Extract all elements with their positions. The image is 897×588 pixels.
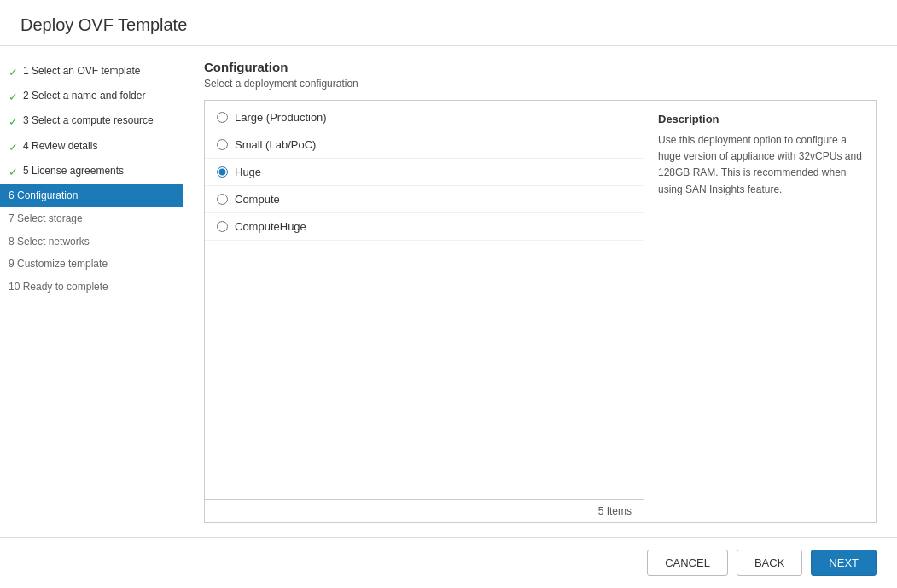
- label-compute: Compute: [235, 193, 280, 206]
- cancel-button[interactable]: CANCEL: [647, 550, 728, 576]
- sidebar-item-step6[interactable]: 6 Configuration: [0, 184, 183, 207]
- main-content: Configuration Select a deployment config…: [183, 46, 897, 537]
- sidebar-item-step1: ✓1 Select an OVF template: [0, 60, 183, 84]
- sidebar-item-step8: 8 Select networks: [0, 230, 183, 253]
- modal-title: Deploy OVF Template: [20, 15, 877, 35]
- sidebar-step-label: 7 Select storage: [9, 212, 83, 226]
- label-huge: Huge: [235, 166, 261, 178]
- section-subtitle: Select a deployment configuration: [204, 78, 877, 90]
- items-count: 5 Items: [598, 505, 632, 517]
- sidebar-step-label: 2 Select a name and folder: [23, 89, 145, 103]
- label-large: Large (Production): [235, 111, 327, 124]
- sidebar-step-label: 3 Select a compute resource: [23, 114, 154, 128]
- radio-computehuge[interactable]: [217, 221, 228, 232]
- description-text: Use this deployment option to configure …: [658, 132, 862, 198]
- check-icon: ✓: [9, 65, 18, 80]
- sidebar-step-label: 8 Select networks: [9, 235, 90, 249]
- sidebar-item-step4: ✓4 Review details: [0, 135, 183, 160]
- label-small: Small (Lab/PoC): [235, 138, 316, 151]
- options-footer: 5 Items: [205, 499, 644, 522]
- option-item-small[interactable]: Small (Lab/PoC): [205, 131, 644, 159]
- check-icon: ✓: [9, 140, 18, 155]
- sidebar-item-step10: 10 Ready to complete: [0, 276, 183, 299]
- check-icon: ✓: [9, 90, 18, 105]
- sidebar-step-label: 10 Ready to complete: [9, 280, 108, 294]
- back-button[interactable]: BACK: [737, 550, 802, 576]
- options-panel: Large (Production)Small (Lab/PoC)HugeCom…: [205, 101, 644, 522]
- options-list: Large (Production)Small (Lab/PoC)HugeCom…: [205, 101, 644, 499]
- section-title: Configuration: [204, 60, 877, 74]
- sidebar-item-step3: ✓3 Select a compute resource: [0, 109, 183, 134]
- description-panel: Description Use this deployment option t…: [644, 101, 876, 522]
- sidebar-item-step5: ✓5 License agreements: [0, 160, 183, 184]
- radio-small[interactable]: [217, 139, 228, 150]
- sidebar: ✓1 Select an OVF template✓2 Select a nam…: [0, 46, 183, 537]
- sidebar-item-step9: 9 Customize template: [0, 253, 183, 276]
- option-item-computehuge[interactable]: ComputeHuge: [205, 213, 644, 241]
- modal-body: ✓1 Select an OVF template✓2 Select a nam…: [0, 46, 897, 537]
- option-item-huge[interactable]: Huge: [205, 159, 644, 186]
- radio-large[interactable]: [217, 112, 228, 123]
- modal-header: Deploy OVF Template: [0, 0, 897, 46]
- sidebar-item-step7: 7 Select storage: [0, 207, 183, 230]
- next-button[interactable]: NEXT: [811, 550, 877, 576]
- sidebar-step-label: 6 Configuration: [9, 189, 78, 203]
- check-icon: ✓: [9, 165, 18, 180]
- option-item-large[interactable]: Large (Production): [205, 104, 644, 131]
- modal-footer: CANCEL BACK NEXT: [0, 537, 897, 588]
- radio-huge[interactable]: [217, 166, 228, 178]
- label-computehuge: ComputeHuge: [235, 220, 306, 233]
- sidebar-item-step2: ✓2 Select a name and folder: [0, 84, 183, 109]
- modal-container: Deploy OVF Template ✓1 Select an OVF tem…: [0, 0, 897, 588]
- sidebar-step-label: 1 Select an OVF template: [23, 64, 140, 79]
- sidebar-step-label: 9 Customize template: [9, 257, 108, 271]
- sidebar-step-label: 5 License agreements: [23, 164, 124, 178]
- content-area: Large (Production)Small (Lab/PoC)HugeCom…: [204, 100, 877, 523]
- option-item-compute[interactable]: Compute: [205, 186, 644, 213]
- radio-compute[interactable]: [217, 194, 228, 205]
- sidebar-step-label: 4 Review details: [23, 139, 97, 154]
- description-title: Description: [658, 113, 862, 125]
- check-icon: ✓: [9, 114, 18, 130]
